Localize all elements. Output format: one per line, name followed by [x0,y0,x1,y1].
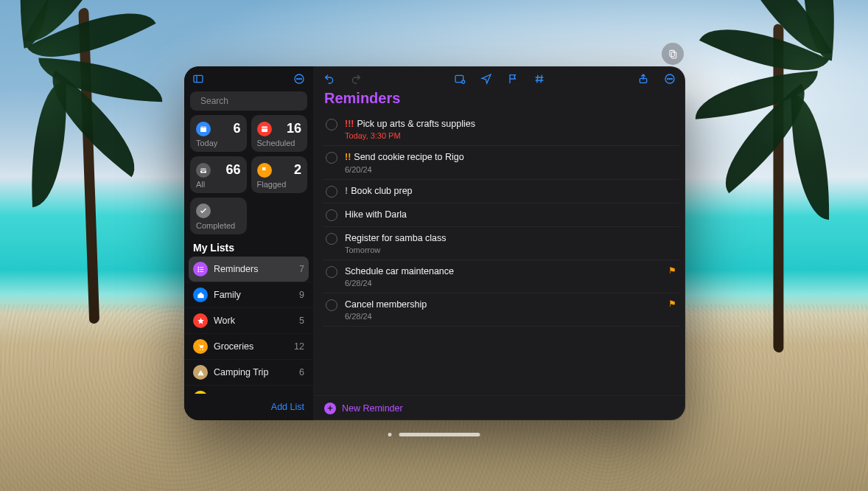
flag-icon [257,163,272,178]
svg-rect-2 [194,75,203,82]
more-icon[interactable] [662,71,678,87]
list-count: 9 [299,290,304,300]
flag-icon[interactable]: ⚑ [668,299,676,321]
complete-toggle[interactable] [326,209,337,221]
svg-rect-13 [200,267,203,268]
svg-point-18 [199,349,200,350]
all-count: 66 [225,162,240,178]
reminder-item[interactable]: !Book club prep [323,180,679,203]
svg-point-19 [202,349,203,350]
list-name: Reminders [214,264,258,274]
svg-rect-0 [670,50,674,56]
svg-point-14 [197,268,199,270]
my-lists-heading: My Lists [184,234,313,257]
priority-indicator: !! [345,152,351,162]
reminder-item[interactable]: Register for samba classTomorrow [323,227,679,260]
smart-list-flagged[interactable]: 2 Flagged [251,156,308,193]
list-name: Groceries [214,341,253,352]
reminder-item[interactable]: !!Send cookie recipe to Rigo6/20/24 [323,146,679,179]
add-tag-icon[interactable] [531,71,547,87]
list-icon [193,288,208,302]
main-panel: Reminders !!!Pick up arts & crafts suppl… [314,66,685,420]
list-row-reminders[interactable]: Reminders7 [189,257,309,282]
svg-point-12 [197,266,199,268]
scheduled-count: 16 [287,121,301,136]
complete-toggle[interactable] [326,299,337,311]
smart-list-today[interactable]: 6 Today [190,115,247,152]
add-list-button[interactable]: Add List [271,402,304,412]
list-name: Family [214,290,241,300]
svg-point-24 [668,78,668,79]
svg-point-7 [301,78,301,79]
new-reminder-button[interactable]: + New Reminder [314,395,685,420]
scheduled-label: Scheduled [257,139,302,147]
reminder-title: Cancel membership [345,299,657,310]
reminder-subtitle: 6/20/24 [345,165,676,174]
svg-point-16 [197,271,199,272]
tray-icon [196,163,211,178]
reminders-list: !!!Pick up arts & crafts suppliesToday, … [314,113,685,395]
toggle-sidebar-icon[interactable] [190,71,206,87]
search-field[interactable] [190,91,307,111]
svg-rect-9 [200,126,206,128]
flag-icon[interactable]: ⚑ [668,265,676,288]
add-flag-icon[interactable] [505,71,521,87]
list-row-book-club[interactable]: Book Club5 [184,385,313,394]
list-icon [193,365,208,380]
reminder-item[interactable]: Cancel membership6/28/24⚑ [323,293,679,327]
svg-point-25 [669,78,670,79]
reminder-item[interactable]: Schedule car maintenance6/28/24⚑ [323,260,679,293]
reminder-title: !!!Pick up arts & crafts supplies [345,118,676,130]
reminder-title: Register for samba class [345,232,676,244]
reminder-item[interactable]: !!!Pick up arts & crafts suppliesToday, … [323,113,679,146]
new-reminder-label: New Reminder [342,403,403,414]
share-icon[interactable] [635,71,651,87]
completed-label: Completed [196,221,241,230]
flagged-label: Flagged [257,180,302,189]
complete-toggle[interactable] [326,233,337,245]
complete-toggle[interactable] [326,186,337,198]
calendar-today-icon [196,122,211,136]
smart-list-completed[interactable]: Completed [190,198,247,234]
list-row-groceries[interactable]: Groceries12 [184,333,313,359]
svg-rect-1 [671,52,676,58]
home-indicator[interactable] [388,433,480,436]
reminder-item[interactable]: Hike with Darla [323,203,679,227]
list-title: Reminders [314,87,685,113]
reminder-title: !!Send cookie recipe to Rigo [345,151,676,163]
add-location-icon[interactable] [478,71,494,87]
list-count: 6 [299,367,304,377]
list-row-camping-trip[interactable]: Camping Trip6 [184,359,313,385]
undo-icon[interactable] [321,71,337,87]
reminder-subtitle: 6/28/24 [345,312,657,321]
smart-list-scheduled[interactable]: 16 Scheduled [251,115,308,152]
list-count: 12 [294,341,304,352]
redo-icon [348,71,364,87]
svg-point-26 [671,78,672,79]
toolbar [314,66,685,87]
window-controls-pill[interactable] [662,43,684,65]
sidebar-more-icon[interactable] [291,71,307,87]
complete-toggle[interactable] [326,119,337,130]
list-row-work[interactable]: Work5 [184,307,313,333]
list-count: 5 [299,316,304,326]
reminder-title: Hike with Darla [345,209,676,220]
complete-toggle[interactable] [326,152,337,164]
priority-indicator: ! [345,186,348,196]
list-name: Work [214,316,235,326]
today-count: 6 [233,121,240,136]
today-label: Today [196,139,241,147]
sidebar: 6 Today 16 Scheduled 66 [184,66,314,420]
plus-icon: + [324,403,336,414]
reminder-subtitle: Tomorrow [345,246,676,254]
priority-indicator: !!! [345,119,354,129]
reminder-title: Schedule car maintenance [345,265,657,277]
search-input[interactable] [200,96,311,106]
list-row-family[interactable]: Family9 [184,282,313,307]
smart-list-all[interactable]: 66 All [190,156,247,193]
reminder-subtitle: 6/28/24 [345,279,657,288]
svg-point-5 [297,78,298,79]
complete-toggle[interactable] [326,266,337,278]
checkmark-icon [196,203,211,218]
add-date-icon[interactable] [452,71,468,87]
